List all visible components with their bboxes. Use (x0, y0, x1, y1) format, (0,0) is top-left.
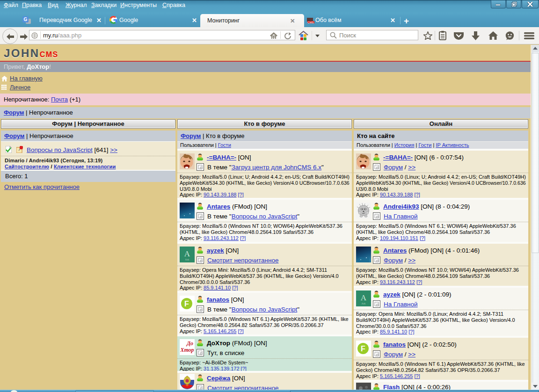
svg-text:F: F (361, 345, 365, 353)
svg-text:A: A (184, 249, 190, 258)
svg-text:Azk: Azk (185, 258, 189, 261)
svg-text:Azk: Azk (362, 302, 366, 305)
svg-text:Хтор: Хтор (180, 347, 194, 353)
svg-text:A: A (361, 293, 367, 302)
svg-text:До: До (186, 340, 193, 347)
svg-text:G: G (24, 17, 28, 22)
svg-text:CMS: CMS (307, 21, 313, 24)
svg-text:F: F (184, 300, 189, 308)
